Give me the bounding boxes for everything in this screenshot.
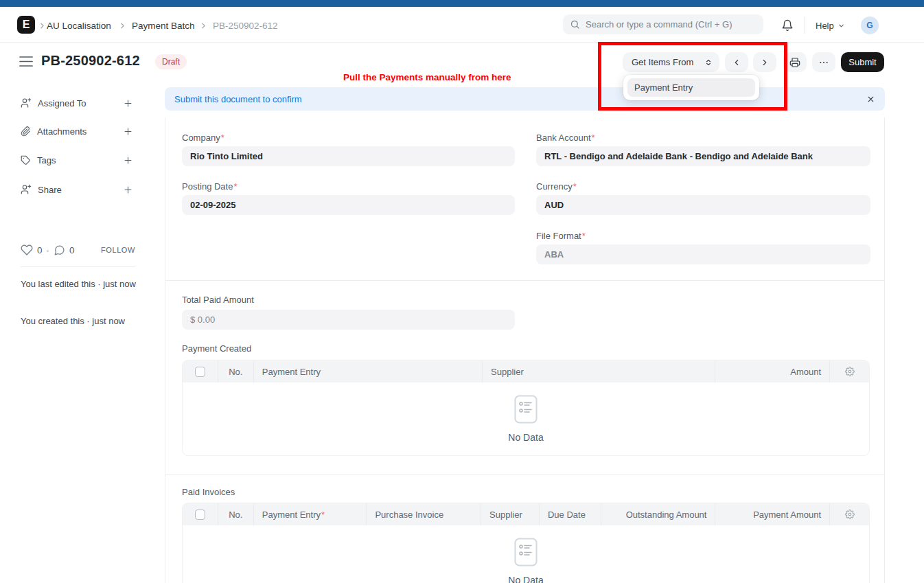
banner-message: Submit this document to confirm [174, 94, 302, 104]
total-paid-amount-label: Total Paid Amount [182, 295, 254, 305]
breadcrumb-separator-icon [38, 21, 47, 30]
grid-header-cell: Due Date [540, 503, 601, 525]
printer-icon [789, 57, 800, 68]
breadcrumb-payment-batch[interactable]: Payment Batch [132, 20, 195, 32]
comments-count: 0 [69, 245, 75, 255]
chevron-down-icon [838, 22, 845, 30]
no-data-icon [514, 395, 538, 424]
share-document-button[interactable] [123, 185, 133, 195]
search-icon [570, 19, 580, 30]
add-assignment-button[interactable] [123, 98, 133, 108]
grid-settings-button[interactable] [845, 367, 855, 376]
sidebar-item-assigned-to[interactable]: Assigned To [21, 98, 133, 108]
grid-header-cell: Purchase Invoice [367, 503, 481, 525]
file-format-field: ABA [536, 244, 870, 264]
plus-icon [123, 98, 133, 108]
plus-icon [123, 126, 133, 137]
payment-created-empty-state: No Data [183, 395, 869, 443]
add-tag-button[interactable] [123, 155, 133, 165]
breadcrumb-au-localisation[interactable]: AU Localisation [47, 20, 111, 32]
grid-header-cell: Supplier [481, 503, 540, 525]
hamburger-icon [19, 56, 34, 67]
select-arrows-icon [704, 58, 713, 67]
assign-user-icon [21, 98, 32, 108]
bell-icon [781, 19, 794, 32]
banner-close-button[interactable] [866, 95, 875, 104]
breadcrumb-separator-icon [199, 21, 208, 30]
required-mark: * [221, 133, 224, 143]
print-button[interactable] [783, 52, 807, 72]
payment-created-grid-header: No. Payment Entry Supplier Amount [183, 361, 869, 382]
paperclip-icon [21, 126, 31, 137]
plus-icon [123, 155, 133, 165]
payment-created-title: Payment Created [182, 343, 251, 354]
sidebar-toggle-button[interactable] [19, 56, 34, 67]
comment-bubble-icon [54, 244, 65, 256]
select-all-checkbox[interactable] [195, 510, 205, 520]
ellipsis-icon [818, 57, 829, 68]
no-data-text: No Data [508, 575, 543, 583]
comments-button[interactable] [54, 244, 65, 256]
app-logo-letter: E [23, 19, 30, 31]
grid-header-cell [830, 503, 869, 525]
sidebar-item-attachments[interactable]: Attachments [21, 126, 133, 137]
paid-invoices-grid-header: No. Payment Entry* Purchase Invoice Supp… [183, 503, 869, 525]
add-attachment-button[interactable] [123, 126, 133, 137]
posting-date-label: Posting Date* [182, 181, 238, 192]
submit-button[interactable]: Submit [841, 52, 884, 72]
no-data-icon [514, 538, 538, 567]
share-user-icon [21, 184, 32, 195]
required-mark: * [592, 133, 595, 143]
paid-invoices-grid: No. Payment Entry* Purchase Invoice Supp… [182, 503, 870, 583]
menu-ellipsis-button[interactable] [812, 52, 835, 72]
notifications-bell-button[interactable] [780, 18, 795, 33]
sidebar-item-share[interactable]: Share [21, 184, 133, 195]
form-left-border [165, 117, 165, 583]
get-items-from-button[interactable]: Get Items From [623, 52, 719, 72]
sidebar-item-tags[interactable]: Tags [21, 155, 133, 165]
currency-label: Currency* [536, 181, 577, 192]
grid-header-cell: No. [218, 361, 254, 382]
plus-icon [123, 185, 133, 195]
close-icon [866, 95, 875, 104]
sidebar-item-label: Tags [37, 155, 56, 165]
section-divider [165, 474, 884, 475]
next-document-button[interactable] [753, 52, 776, 72]
company-label: Company* [182, 133, 224, 143]
count-separator: · [47, 245, 50, 255]
grid-header-cell [183, 503, 218, 525]
follow-button[interactable]: FOLLOW [101, 246, 135, 254]
annotation-note: Pull the Payments manually from here [343, 72, 511, 82]
payment-created-grid: No. Payment Entry Supplier Amount No Dat… [182, 360, 870, 456]
section-divider [165, 280, 884, 281]
grid-header-cell: Payment Amount [715, 503, 830, 525]
like-button[interactable] [21, 244, 33, 256]
currency-field[interactable]: AUD [536, 195, 870, 215]
paid-invoices-empty-state: No Data [183, 538, 869, 583]
prev-document-button[interactable] [725, 52, 748, 72]
company-field[interactable]: Rio Tinto Limited [182, 146, 515, 166]
select-all-checkbox[interactable] [195, 367, 205, 377]
posting-date-field[interactable]: 02-09-2025 [182, 195, 515, 215]
total-paid-amount-field: $ 0.00 [182, 310, 515, 330]
search-input[interactable]: Search or type a command (Ctrl + G) [563, 14, 763, 34]
grid-settings-button[interactable] [845, 510, 855, 519]
window-top-strip [0, 0, 924, 7]
grid-header-cell: No. [218, 503, 254, 525]
grid-header-cell: Payment Entry* [254, 503, 367, 525]
user-avatar[interactable]: G [861, 16, 879, 34]
alert-banner: Submit this document to confirm [165, 87, 885, 111]
dropdown-item-payment-entry[interactable]: Payment Entry [627, 78, 755, 97]
breadcrumb-separator-icon [118, 21, 127, 30]
avatar-letter: G [866, 21, 873, 30]
status-badge: Draft [155, 54, 187, 69]
help-menu-button[interactable]: Help [816, 18, 845, 33]
app-logo[interactable]: E [17, 16, 35, 34]
bank-account-field[interactable]: RTL - Bendigo and Adelaide Bank - Bendig… [536, 146, 870, 166]
tag-icon [21, 155, 31, 165]
grid-header-cell: Outstanding Amount [601, 503, 716, 525]
required-mark: * [321, 510, 325, 520]
required-mark: * [573, 181, 577, 192]
breadcrumb-current-doc: PB-250902-612 [213, 20, 278, 32]
heart-icon [21, 244, 33, 256]
